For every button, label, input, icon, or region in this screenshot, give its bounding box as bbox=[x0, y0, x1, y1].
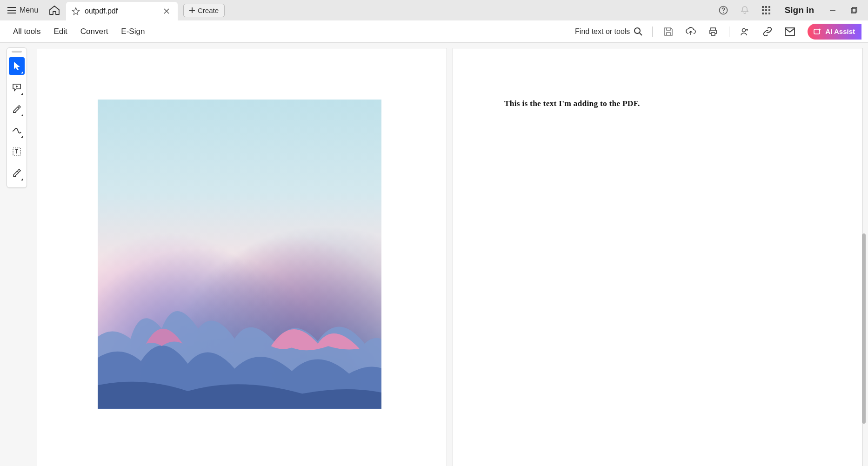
tool-all-tools[interactable]: All tools bbox=[7, 24, 47, 39]
document-viewport[interactable]: This is the text I'm adding to the PDF. bbox=[0, 43, 868, 466]
titlebar-right: Sign in bbox=[717, 4, 865, 17]
apps-grid-icon bbox=[762, 6, 770, 14]
share-button[interactable] bbox=[739, 25, 752, 38]
help-button[interactable] bbox=[717, 4, 730, 17]
link-icon bbox=[762, 27, 773, 36]
email-button[interactable] bbox=[783, 25, 796, 38]
titlebar: Menu outpdf.pdf Create Sign bbox=[0, 0, 868, 20]
upload-button[interactable] bbox=[684, 25, 697, 38]
hamburger-icon bbox=[7, 7, 16, 13]
separator bbox=[729, 27, 729, 37]
separator bbox=[652, 27, 653, 37]
svg-point-1 bbox=[723, 12, 724, 13]
signin-button[interactable]: Sign in bbox=[781, 5, 818, 15]
minimize-icon bbox=[829, 7, 836, 13]
email-icon bbox=[785, 27, 795, 36]
tool-convert[interactable]: Convert bbox=[74, 24, 115, 39]
maximize-icon bbox=[851, 7, 857, 13]
svg-rect-7 bbox=[768, 9, 770, 11]
svg-point-14 bbox=[742, 28, 746, 32]
page1-image bbox=[98, 100, 381, 409]
svg-rect-5 bbox=[762, 9, 764, 11]
save-button[interactable] bbox=[662, 25, 675, 38]
highlighter-icon bbox=[12, 104, 21, 113]
draw-freeform-icon bbox=[12, 126, 22, 134]
svg-rect-6 bbox=[765, 9, 767, 11]
close-icon bbox=[164, 8, 169, 14]
find-label: Find text or tools bbox=[575, 27, 630, 36]
svg-rect-2 bbox=[762, 6, 764, 8]
menu-button[interactable]: Menu bbox=[3, 3, 43, 17]
pdf-page-2[interactable]: This is the text I'm adding to the PDF. bbox=[453, 48, 862, 466]
page2-body-text: This is the text I'm adding to the PDF. bbox=[504, 99, 640, 108]
home-icon bbox=[49, 6, 60, 15]
tab-title: outpdf.pdf bbox=[85, 7, 157, 15]
notifications-button[interactable] bbox=[738, 4, 751, 17]
palette-draw-tool[interactable] bbox=[9, 121, 25, 139]
palette-comment-tool[interactable] bbox=[9, 79, 25, 96]
workspace: This is the text I'm adding to the PDF. bbox=[0, 43, 868, 466]
svg-point-13 bbox=[634, 28, 640, 33]
window-maximize-button[interactable] bbox=[848, 4, 861, 17]
home-button[interactable] bbox=[45, 3, 64, 18]
toolbar: All tools Edit Convert E-Sign Find text … bbox=[0, 20, 868, 43]
document-tab[interactable]: outpdf.pdf bbox=[66, 2, 178, 20]
toolbar-right: AI Assist bbox=[652, 24, 861, 40]
cloud-upload-icon bbox=[686, 27, 696, 36]
svg-rect-3 bbox=[765, 6, 767, 8]
print-button[interactable] bbox=[707, 25, 720, 38]
ai-assist-button[interactable]: AI Assist bbox=[808, 24, 861, 40]
pdf-page-1[interactable] bbox=[37, 48, 447, 466]
link-button[interactable] bbox=[761, 25, 774, 38]
palette-grip[interactable] bbox=[12, 51, 22, 53]
palette-textbox-tool[interactable] bbox=[9, 143, 25, 160]
save-icon bbox=[664, 27, 673, 36]
ai-sparkle-icon bbox=[813, 27, 821, 36]
search-icon bbox=[634, 27, 643, 36]
tool-palette[interactable] bbox=[7, 47, 27, 188]
text-box-icon bbox=[12, 147, 21, 156]
share-people-icon bbox=[740, 27, 750, 36]
plus-icon bbox=[189, 7, 195, 13]
sign-pen-icon bbox=[12, 168, 21, 178]
window-minimize-button[interactable] bbox=[826, 4, 839, 17]
apps-button[interactable] bbox=[760, 4, 773, 17]
comment-icon bbox=[12, 83, 21, 92]
scrollbar-thumb[interactable] bbox=[862, 233, 866, 424]
mountain-graphic bbox=[98, 239, 381, 409]
create-button[interactable]: Create bbox=[183, 4, 225, 17]
find-field[interactable]: Find text or tools bbox=[575, 27, 643, 36]
svg-rect-4 bbox=[768, 6, 770, 8]
tab-close-button[interactable] bbox=[162, 7, 171, 16]
cursor-icon bbox=[13, 61, 21, 71]
palette-highlight-tool[interactable] bbox=[9, 100, 25, 118]
vertical-scrollbar[interactable] bbox=[860, 43, 867, 466]
svg-rect-9 bbox=[765, 13, 767, 14]
palette-sign-tool[interactable] bbox=[9, 164, 25, 182]
print-icon bbox=[708, 27, 718, 36]
bell-icon bbox=[740, 6, 749, 15]
ai-assist-label: AI Assist bbox=[825, 27, 855, 35]
tool-esign[interactable]: E-Sign bbox=[114, 24, 151, 39]
svg-rect-8 bbox=[762, 13, 764, 14]
menu-label: Menu bbox=[20, 6, 38, 14]
help-icon bbox=[719, 6, 728, 15]
palette-select-tool[interactable] bbox=[9, 57, 25, 75]
create-label: Create bbox=[198, 7, 219, 14]
svg-rect-10 bbox=[768, 13, 770, 14]
tool-edit[interactable]: Edit bbox=[47, 24, 74, 39]
star-icon[interactable] bbox=[72, 7, 80, 15]
